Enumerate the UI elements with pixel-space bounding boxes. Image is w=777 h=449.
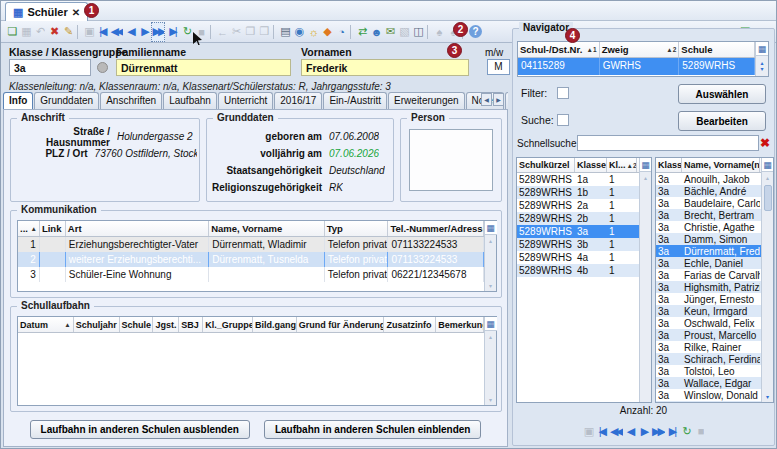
schullaufbahn-scrollbar[interactable]: ▦ ▴ ▾ [484, 317, 496, 405]
kommunikation-row[interactable]: 2 weiterer Erziehungsberechti...Dürrenma… [18, 252, 484, 267]
prev-record-icon[interactable]: ◀ [623, 421, 637, 441]
column-header[interactable]: Typ [325, 221, 389, 236]
column-header[interactable]: Schulkürzel [517, 158, 575, 172]
undo-icon[interactable]: ↶ [32, 22, 46, 42]
klasse-input[interactable]: 3a [9, 59, 91, 76]
table-settings-icon[interactable]: ▦ [485, 221, 497, 235]
bearbeiten-button[interactable]: Bearbeiten [678, 111, 766, 131]
tab-scroll-left-icon[interactable]: ◀ [481, 93, 492, 106]
grid-view-icon[interactable]: ▣ [581, 421, 595, 441]
paste-icon[interactable]: ❒ [256, 22, 270, 42]
table-settings-icon[interactable]: ▦ [756, 42, 768, 56]
school-row[interactable]: 04115289GWRHS5289WRHS [518, 58, 755, 75]
student-list-scrollbar[interactable]: ▦ ▴ ▾ [761, 158, 773, 402]
vornamen-input[interactable]: Frederik [301, 59, 469, 76]
class-row[interactable]: 5289WRHS4a1 [517, 251, 639, 264]
laufbahn-button[interactable]: Laufbahn in anderen Schulen ausblenden [30, 420, 250, 439]
delete-record-icon[interactable]: ✖ [46, 22, 60, 42]
Highsmith, Patrizia[interactable]: 3aHighsmith, Patrizia [656, 281, 761, 293]
fast-next-icon[interactable]: ▶▶ [651, 421, 665, 441]
scroll-up-icon[interactable]: ▴ [489, 331, 492, 342]
hint-icon[interactable]: ☼ [305, 22, 319, 42]
class-list-scrollbar[interactable]: ▦ ▴ [639, 158, 651, 402]
column-header[interactable]: Klasse [575, 158, 607, 172]
column-header[interactable]: Bemerkung [436, 317, 484, 332]
column-header[interactable]: Schuljahr [74, 317, 120, 332]
scroll-down-icon[interactable]: ▾ [489, 394, 492, 405]
column-header[interactable]: Name, Vorname [209, 221, 325, 236]
filter-checkbox[interactable] [557, 87, 569, 99]
table-settings-icon[interactable]: ▦ [640, 158, 652, 172]
save-icon[interactable]: ▦ [18, 22, 32, 42]
table-settings-icon[interactable]: ▦ [762, 158, 774, 172]
Winslow, Donald[interactable]: 3aWinslow, Donald [656, 389, 761, 401]
prev-record-icon[interactable]: ◀ [123, 22, 137, 42]
spin-down-icon[interactable]: ▾ [760, 66, 763, 72]
schnellsuche-input[interactable] [577, 135, 759, 151]
promote-icon[interactable]: ♠ [431, 22, 445, 42]
Keun, Irmgard[interactable]: 3aKeun, Irmgard [656, 305, 761, 317]
next-record-icon[interactable]: ▶ [137, 22, 151, 42]
column-header[interactable]: SBJ [179, 317, 203, 332]
scrollbar-thumb[interactable] [764, 185, 772, 211]
column-header[interactable]: Tel.-Nummer/Adresse [388, 221, 484, 236]
photo-id-icon[interactable]: ◫ [410, 22, 424, 42]
auswaehlen-button[interactable]: Auswählen [678, 84, 766, 104]
copy-icon[interactable]: ❐ [242, 22, 256, 42]
student-icon[interactable]: ☻ [368, 22, 382, 42]
detail-tab[interactable]: Info [3, 92, 33, 109]
Anouilh, Jakob[interactable]: 3aAnouilh, Jakob [656, 173, 761, 185]
tab-schueler[interactable]: ▦ Schüler ✕ [5, 2, 88, 21]
column-header[interactable]: ...▲ [18, 221, 40, 236]
scroll-up-icon[interactable]: ▴ [644, 172, 647, 183]
Damm, Simon[interactable]: 3aDamm, Simon [656, 233, 761, 245]
edit-icon[interactable]: ✎ [60, 22, 74, 42]
announce-icon[interactable]: ◆ [319, 22, 333, 42]
column-header[interactable]: Schule [120, 317, 154, 332]
fast-next-icon[interactable]: ▶▶ [151, 22, 165, 42]
send-icon[interactable]: ✉ [382, 22, 396, 42]
scroll-down-icon[interactable]: ▾ [766, 391, 769, 402]
column-header[interactable]: Zusatzinfo [384, 317, 436, 332]
column-header[interactable]: Jgst. [153, 317, 179, 332]
Rilke, Rainer[interactable]: 3aRilke, Rainer [656, 341, 761, 353]
column-header[interactable]: Link [40, 221, 66, 236]
Tolstoi, Leo[interactable]: 3aTolstoi, Leo [656, 365, 761, 377]
kommunikation-row[interactable]: 3 Schüler-Eine Wohnung Telefon privat062… [18, 267, 484, 282]
back-icon[interactable]: ← [214, 22, 228, 42]
class-row[interactable]: 5289WRHS1a1 [517, 173, 639, 186]
column-header[interactable]: Kl._Gruppe [203, 317, 253, 332]
familienname-input[interactable]: Dürrenmatt [116, 59, 291, 76]
last-record-icon[interactable]: ▶| [665, 421, 679, 441]
class-row[interactable]: 5289WRHS2a1 [517, 199, 639, 212]
Wallace, Edgar[interactable]: 3aWallace, Edgar [656, 377, 761, 389]
Schirach, Ferdinand[interactable]: 3aSchirach, Ferdinand [656, 353, 761, 365]
tab-scroll-right-icon[interactable]: ▶ [493, 93, 504, 106]
column-header[interactable]: Name, Vorname(n)▲ [682, 158, 760, 172]
column-header[interactable]: Zweig▲2 [600, 42, 680, 57]
kommunikation-scrollbar[interactable]: ▦ ▴ ▾ [484, 221, 496, 291]
record-spinner[interactable]: ▴ ▾ [756, 56, 768, 76]
geschlecht-field[interactable]: M [487, 59, 510, 75]
stop-icon[interactable]: ■ [693, 421, 707, 441]
Bächle, André[interactable]: 3aBächle, André [656, 185, 761, 197]
refresh-icon[interactable]: ↻ [679, 421, 693, 441]
scroll-down-icon[interactable]: ▾ [489, 280, 492, 291]
transfer-icon[interactable]: ⇄ [354, 22, 368, 42]
next-record-icon[interactable]: ▶ [637, 421, 651, 441]
refresh-icon[interactable]: ↻ [179, 22, 193, 42]
Yang, Alessandro[interactable]: 3aYang, Alessandro [656, 401, 761, 402]
print-icon[interactable]: ▤ [277, 22, 291, 42]
Brecht, Bertram[interactable]: 3aBrecht, Bertram [656, 209, 761, 221]
detail-tab[interactable]: Erweiterungen [388, 92, 464, 109]
Proust, Marcello[interactable]: 3aProust, Marcello [656, 329, 761, 341]
Farias de Carvalho, Be...[interactable]: 3aFarias de Carvalho, Be... [656, 269, 761, 281]
class-row[interactable]: 5289WRHS2b1 [517, 212, 639, 225]
detail-tab[interactable]: Unterricht [218, 92, 273, 109]
table-settings-icon[interactable]: ▦ [485, 317, 497, 331]
help-icon[interactable]: ? [469, 25, 482, 38]
column-header[interactable]: Schul-/Dst.Nr.▲1 [518, 42, 600, 57]
column-header[interactable]: Bild.gang [253, 317, 297, 332]
document-icon[interactable]: ▧ [396, 22, 410, 42]
laufbahn-button[interactable]: Laufbahn in anderen Schulen einblenden [264, 420, 482, 439]
